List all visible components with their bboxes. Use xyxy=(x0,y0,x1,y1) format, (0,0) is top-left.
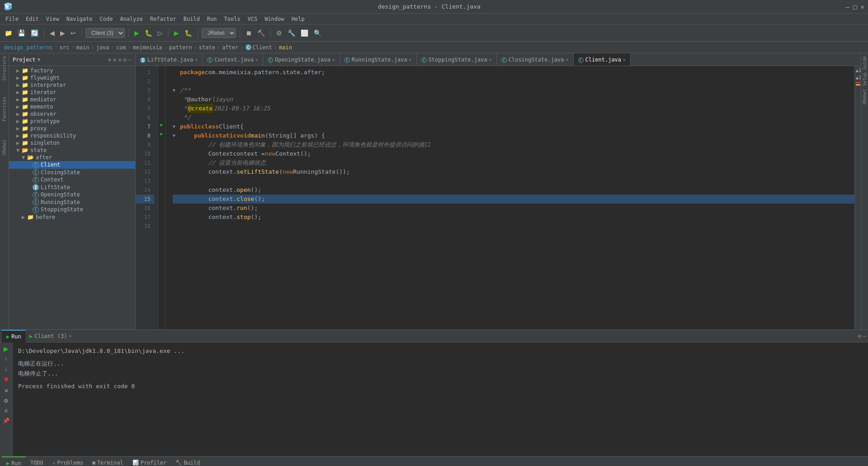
tree-item-closingstate[interactable]: C ClosingState xyxy=(9,169,135,176)
title-bar-controls[interactable]: — □ ✕ xyxy=(846,3,864,10)
tree-item-iterator[interactable]: ▶ 📁 iterator xyxy=(9,89,135,96)
breadcrumb-com[interactable]: com xyxy=(116,44,126,51)
minimize-button[interactable]: — xyxy=(846,3,849,10)
layout-button[interactable]: ⬜ xyxy=(299,29,310,38)
menu-help[interactable]: Help xyxy=(288,14,308,24)
tab-close-closingstate[interactable]: ✕ xyxy=(566,57,569,62)
menu-window[interactable]: Window xyxy=(261,14,288,24)
tree-item-responsibility[interactable]: ▶ 📁 responsibility xyxy=(9,132,135,139)
settings-run-button[interactable]: ⚙ xyxy=(2,397,10,405)
favorites-icon[interactable]: Favorites xyxy=(1,96,8,122)
close-button[interactable]: ✕ xyxy=(861,3,864,10)
breadcrumb-main-method[interactable]: main xyxy=(279,44,292,51)
tool-profiler[interactable]: 📊 Profiler xyxy=(128,456,171,466)
breadcrumb-project[interactable]: design_patterns xyxy=(4,44,52,51)
project-dropdown-icon[interactable]: ▼ xyxy=(38,57,41,63)
breadcrumb-src[interactable]: src xyxy=(60,44,70,51)
tree-item-stoppingstate[interactable]: C StoppingState xyxy=(9,206,135,214)
tree-item-mediator[interactable]: ▶ 📁 mediator xyxy=(9,96,135,103)
menu-run[interactable]: Run xyxy=(203,14,221,24)
tree-item-context[interactable]: C Context xyxy=(9,176,135,184)
jrebel-run-button[interactable]: ▶ xyxy=(172,29,181,38)
tab-stoppingstate[interactable]: C StoppingState.java ✕ xyxy=(417,53,497,66)
settings-btn[interactable]: ⚙ xyxy=(858,333,861,339)
save-button[interactable]: 💾 xyxy=(16,29,27,38)
tab-context[interactable]: C Context.java ✕ xyxy=(203,53,263,66)
sync-button[interactable]: 🔄 xyxy=(29,29,40,38)
breadcrumb-client[interactable]: CClient xyxy=(245,44,272,51)
run-instance-tab[interactable]: ▶ Client (3) ✕ xyxy=(26,330,75,342)
menu-vcs[interactable]: VCS xyxy=(244,14,261,24)
tab-close-liftstate[interactable]: ✕ xyxy=(195,57,198,62)
tab-closingstate[interactable]: C ClosingState.java ✕ xyxy=(497,53,574,66)
tree-item-openingstate[interactable]: C OpeningState xyxy=(9,191,135,199)
run-with-coverage-button[interactable]: ▷ xyxy=(156,29,165,38)
tree-item-before[interactable]: ▶ 📁 before xyxy=(9,214,135,221)
tree-item-runningstate[interactable]: C RunningState xyxy=(9,199,135,206)
tree-item-state[interactable]: ▼ 📂 state xyxy=(9,147,135,154)
run-config-dropdown[interactable]: Client (3) xyxy=(85,28,125,38)
breadcrumb-main[interactable]: main xyxy=(76,44,90,51)
code-content[interactable]: package com.meimeixia.pattern.state.afte… xyxy=(165,66,854,329)
maximize-button[interactable]: □ xyxy=(853,3,857,10)
scope-button[interactable]: ⊕ xyxy=(108,57,111,63)
open-file-button[interactable]: 📁 xyxy=(3,29,14,38)
project-settings-button[interactable]: ⚙ xyxy=(123,57,127,63)
tree-item-singleton[interactable]: ▶ 📁 singleton xyxy=(9,139,135,147)
breadcrumb-meimeixia[interactable]: meimeixia xyxy=(133,44,162,51)
tab-close-stoppingstate[interactable]: ✕ xyxy=(489,57,492,62)
debug-button[interactable]: 🐛 xyxy=(143,29,154,38)
breadcrumb-state[interactable]: state xyxy=(199,44,215,51)
forward-button[interactable]: ▶ xyxy=(58,29,67,38)
filter-button[interactable]: ≡ xyxy=(3,407,9,415)
pin-button[interactable]: 📌 xyxy=(1,417,11,425)
menu-refactor[interactable]: Refactor xyxy=(146,14,180,24)
tree-item-memento[interactable]: ▶ 📁 memento xyxy=(9,103,135,110)
tab-runningstate[interactable]: C RunningState.java ✕ xyxy=(340,53,417,66)
stop-button[interactable]: ⏹ xyxy=(244,29,254,38)
tab-liftstate[interactable]: I LiftState.java ✕ xyxy=(136,53,203,66)
run-marker-7[interactable]: ▶ xyxy=(158,120,165,129)
minimize-btn[interactable]: — xyxy=(863,333,866,339)
tree-item-observer[interactable]: ▶ 📁 observer xyxy=(9,110,135,118)
menu-analyze[interactable]: Analyze xyxy=(116,14,146,24)
bottom-tab-run[interactable]: ▶ Run xyxy=(2,330,26,342)
scroll-up-button[interactable]: ↑ xyxy=(3,355,9,363)
tab-close-context[interactable]: ✕ xyxy=(255,57,258,62)
tool-terminal[interactable]: ▣ Terminal xyxy=(88,456,127,466)
build-button[interactable]: 🔨 xyxy=(255,29,267,38)
menu-navigate[interactable]: Navigate xyxy=(63,14,96,24)
tree-item-liftstate[interactable]: I LiftState xyxy=(9,184,135,191)
tree-item-interpreter[interactable]: ▶ 📁 interpreter xyxy=(9,81,135,89)
run-button[interactable]: ▶ xyxy=(132,29,141,38)
collapse-button[interactable]: ≡ xyxy=(118,57,121,63)
tab-client[interactable]: C Client.java ✕ xyxy=(574,53,631,66)
tool-build[interactable]: 🔨 Build xyxy=(171,456,204,466)
stop-run-button[interactable]: ⏹ xyxy=(2,375,11,383)
tree-item-factory[interactable]: ▶ 📁 factory xyxy=(9,67,135,74)
tree-item-prototype[interactable]: ▶ 📁 prototype xyxy=(9,118,135,125)
jrebel-setup-guide[interactable]: JRebel Setup Guide xyxy=(861,53,868,108)
jrebel-dropdown[interactable]: JRebel xyxy=(202,28,236,38)
project-close-button[interactable]: — xyxy=(128,57,132,63)
scroll-down-button[interactable]: ↓ xyxy=(3,365,9,373)
tree-item-client[interactable]: C Client xyxy=(9,161,135,169)
rerun-button[interactable]: ▶ xyxy=(2,344,10,353)
tool-problems[interactable]: ⚠ Problems xyxy=(48,456,88,466)
menu-build[interactable]: Build xyxy=(180,14,203,24)
breadcrumb-pattern[interactable]: pattern xyxy=(169,44,192,51)
expand-all-button[interactable]: ≡ xyxy=(113,57,116,63)
tree-item-proxy[interactable]: ▶ 📁 proxy xyxy=(9,125,135,132)
tab-openingstate[interactable]: C OpeningState.java ✕ xyxy=(263,53,340,66)
tab-close-client[interactable]: ✕ xyxy=(623,57,626,62)
editor-scrollbar[interactable]: ▲1 ▲1 xyxy=(854,66,861,329)
menu-tools[interactable]: Tools xyxy=(221,14,244,24)
jrebel-debug-button[interactable]: 🐛 xyxy=(183,29,194,38)
search-button[interactable]: 🔍 xyxy=(312,29,323,38)
tool-run[interactable]: ▶ Run xyxy=(2,456,26,466)
menu-view[interactable]: View xyxy=(42,14,63,24)
back-button[interactable]: ◀ xyxy=(48,29,57,38)
tool-todo[interactable]: TODO xyxy=(26,456,48,466)
tab-close-runningstate[interactable]: ✕ xyxy=(409,57,412,62)
settings-button[interactable]: ⚙ xyxy=(274,29,284,38)
